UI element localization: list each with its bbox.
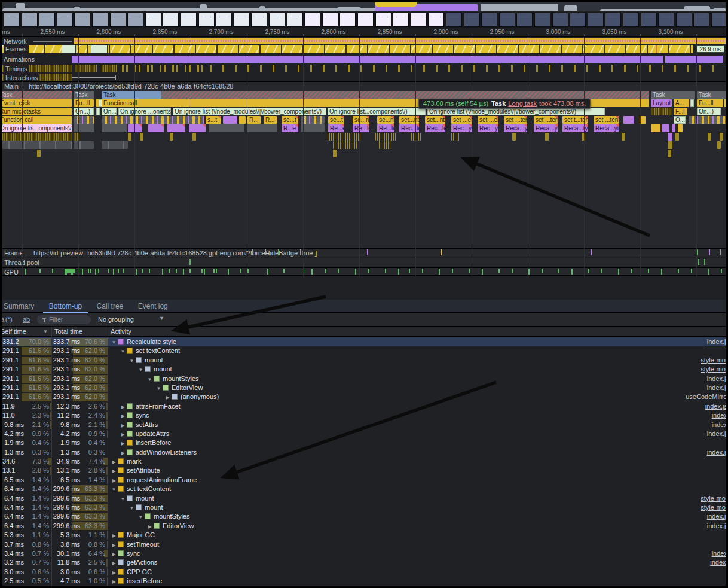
activity-label[interactable]: mountStyles	[163, 375, 199, 382]
flame-block[interactable]	[301, 124, 325, 132]
table-row[interactable]: 13.1 ms2.8 %13.1 ms2.8 %▶setAttribute	[2, 466, 726, 475]
source-link[interactable]: index.js	[707, 512, 726, 521]
track-interactions[interactable]: Interactions	[2, 74, 726, 81]
filmstrip-thumbnail[interactable]	[516, 13, 533, 27]
expand-icon[interactable]: ▶	[164, 393, 172, 401]
tab-event-log[interactable]: Event log	[132, 300, 174, 312]
filmstrip-thumbnail[interactable]	[676, 13, 692, 27]
table-row[interactable]: 3.4 ms0.7 %30.1 ms6.4 %▶syncindex.	[2, 549, 726, 558]
expand-icon[interactable]: ▶	[119, 421, 127, 429]
flame-block[interactable]: Fu...ll	[697, 99, 723, 107]
self-time-header[interactable]: Self time	[2, 328, 26, 335]
table-row[interactable]: 291.1 ms61.6 %293.1 ms62.0 %▼EditorViewi…	[2, 383, 726, 392]
filmstrip-thumbnail[interactable]	[357, 13, 374, 27]
activity-label[interactable]: addWindowListeners	[136, 449, 197, 456]
flame-block[interactable]: O...	[674, 116, 686, 124]
filmstrip-thumbnail[interactable]	[428, 13, 444, 27]
activity-label[interactable]: mount	[145, 504, 163, 511]
flame-block[interactable]	[668, 150, 671, 157]
expand-icon[interactable]: ▶	[146, 522, 154, 531]
flame-block[interactable]: R...e	[282, 124, 298, 132]
flame-block[interactable]: set ...tent	[594, 116, 619, 124]
flame-block[interactable]: Task	[651, 91, 695, 99]
table-row[interactable]: 6.4 ms1.4 %299.6 ms63.3 %▼mountstyle-mod	[2, 503, 726, 512]
source-link[interactable]: useCodeMirror	[686, 392, 726, 401]
flame-block[interactable]	[301, 116, 325, 124]
flame-block[interactable]	[582, 133, 585, 141]
filmstrip-thumbnail[interactable]	[693, 13, 709, 27]
flame-block[interactable]	[720, 133, 723, 141]
filmstrip-thumbnail[interactable]	[499, 13, 515, 27]
column-divider[interactable]	[108, 327, 108, 586]
table-row[interactable]: 331.2 ms70.0 %333.7 ms70.6 %▼Recalculate…	[2, 337, 726, 346]
match-case-icon[interactable]: a	[2, 316, 4, 323]
flame-block[interactable]	[128, 124, 142, 132]
flame-block[interactable]: Rec...le	[425, 124, 445, 132]
table-row[interactable]: 4.2 ms0.9 %4.2 ms0.9 %▶updateAttrsindex.…	[2, 429, 726, 438]
flame-block[interactable]	[161, 91, 649, 99]
frame-duration-badge[interactable]: 26.9 ms	[696, 45, 724, 53]
flame-block[interactable]	[651, 108, 672, 115]
flame-block[interactable]	[512, 133, 516, 141]
flame-block[interactable]	[333, 141, 357, 149]
flame-block[interactable]: set...nt	[399, 116, 419, 124]
expand-icon[interactable]: ▶	[110, 559, 118, 567]
filmstrip-thumbnail[interactable]	[39, 13, 55, 27]
expand-icon[interactable]: ▶	[119, 439, 127, 447]
flame-block[interactable]	[545, 133, 549, 141]
flame-block[interactable]: se...nt	[353, 116, 369, 124]
filmstrip-thumbnail[interactable]	[411, 13, 427, 27]
filmstrip-thumbnail[interactable]	[251, 13, 267, 27]
track-network[interactable]: Network	[2, 37, 726, 45]
activity-label[interactable]: mountStyles	[154, 513, 190, 520]
flame-block[interactable]	[209, 124, 244, 132]
flame-block[interactable]: set ...ent	[478, 116, 498, 124]
collapse-icon[interactable]: ▼	[119, 495, 127, 503]
collapse-icon[interactable]: ▼	[110, 485, 118, 493]
flame-block[interactable]: Task	[697, 91, 726, 99]
filmstrip-thumbnail[interactable]	[145, 13, 161, 27]
table-row[interactable]: 9.8 ms2.1 %9.8 ms2.1 %▶setAttrsindex.	[2, 421, 726, 429]
flame-block[interactable]	[192, 133, 196, 141]
expand-icon[interactable]: ▶	[110, 531, 118, 540]
sort-arrow-icon[interactable]: ▼	[43, 329, 48, 334]
table-row[interactable]: 291.1 ms61.6 %293.1 ms62.0 %▼mountstyle-…	[2, 356, 726, 365]
flame-block[interactable]	[375, 133, 397, 141]
filmstrip-thumbnail[interactable]	[216, 13, 232, 27]
table-row[interactable]: 6.4 ms1.4 %299.6 ms63.3 %▼mountStylesind…	[2, 512, 726, 521]
flame-block[interactable]	[102, 116, 204, 124]
flame-block[interactable]: Rec...le	[399, 124, 419, 132]
table-row[interactable]: 291.1 ms61.6 %293.1 ms62.0 %▼set textCon…	[2, 346, 726, 355]
flame-block[interactable]	[724, 99, 726, 107]
network-request-bar[interactable]	[74, 38, 726, 44]
expand-icon[interactable]: ▶	[110, 541, 118, 549]
expand-icon[interactable]: ▶	[119, 449, 127, 457]
flame-block[interactable]: Task	[102, 91, 161, 99]
activity-label[interactable]: sync	[136, 412, 149, 419]
expand-icon[interactable]: ▶	[110, 476, 118, 485]
flame-block[interactable]	[411, 133, 421, 141]
activity-label[interactable]: set textContent	[127, 485, 171, 492]
filmstrip-thumbnail[interactable]	[74, 13, 90, 27]
flame-block[interactable]: Fu...ll	[74, 99, 94, 107]
track-animations[interactable]: Animations	[2, 55, 726, 63]
flame-block[interactable]	[623, 116, 634, 124]
expand-icon[interactable]: ▶	[110, 467, 118, 475]
total-time-header[interactable]: Total time	[54, 328, 82, 335]
activity-label[interactable]: Major GC	[127, 531, 155, 538]
activity-label[interactable]: attrsFromFacet	[136, 403, 181, 410]
filmstrip-thumbnail[interactable]	[481, 13, 497, 27]
tab-bottom-up[interactable]: Bottom-up	[43, 300, 88, 313]
table-row[interactable]: 291.1 ms61.6 %293.1 ms62.0 %▼mountstyle-…	[2, 365, 726, 374]
filmstrip-thumbnail[interactable]	[163, 13, 179, 27]
table-row[interactable]: 6.4 ms1.4 %299.6 ms63.3 %▼mountstyle-mod	[2, 494, 726, 503]
frame-idle-block[interactable]	[62, 45, 76, 53]
collapse-icon[interactable]: ▼	[137, 513, 145, 521]
activity-label[interactable]: mount	[145, 357, 163, 364]
flame-block[interactable]	[74, 141, 94, 149]
activity-label[interactable]: Recalculate style	[127, 338, 176, 345]
filter-input[interactable]: Filter	[37, 315, 91, 324]
flame-block[interactable]: Reca...yle	[594, 124, 619, 132]
activity-label[interactable]: EditorView	[163, 522, 194, 529]
flame-block[interactable]: set ...ent	[451, 116, 472, 124]
